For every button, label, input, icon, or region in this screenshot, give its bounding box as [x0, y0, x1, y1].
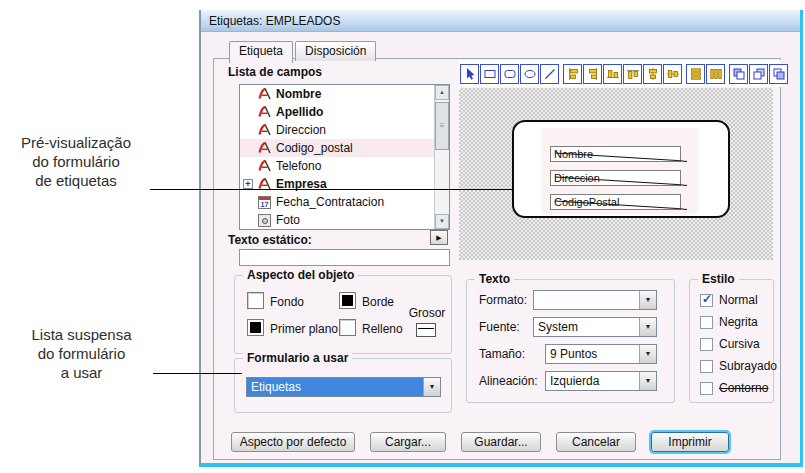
chevron-down-icon[interactable]: ▼: [639, 318, 656, 336]
primer-plano-swatch[interactable]: [247, 319, 264, 336]
checkbox-negrita[interactable]: Negrita: [700, 315, 758, 329]
chevron-down-icon[interactable]: ▼: [639, 372, 656, 390]
preview-field[interactable]: Nombre: [550, 146, 681, 162]
formato-dropdown[interactable]: ▼: [533, 290, 657, 310]
load-button[interactable]: Cargar...: [370, 432, 446, 452]
grosor-sample[interactable]: [416, 323, 436, 337]
group-title: Formulario a usar: [243, 351, 352, 365]
list-item[interactable]: Telefono: [240, 157, 449, 175]
alineacion-dropdown[interactable]: Izquierda ▼: [545, 371, 657, 391]
group-title: Estilo: [698, 272, 739, 286]
fondo-label: Fondo: [270, 295, 304, 309]
dialog-titlebar[interactable]: Etiquetas: EMPLEADOS: [201, 10, 800, 32]
borde-swatch[interactable]: [339, 292, 356, 309]
layout-dropdown-value: Etiquetas: [247, 378, 423, 396]
checkbox-cursiva[interactable]: Cursiva: [700, 337, 760, 351]
alineacion-label: Alineación:: [479, 374, 538, 388]
merge-line: [551, 147, 691, 165]
list-item[interactable]: + Empresa: [240, 175, 449, 193]
static-text-input[interactable]: [239, 249, 450, 266]
fuente-value: System: [534, 318, 639, 336]
annotation-line: do formulário: [10, 344, 153, 363]
static-text-arrow-button[interactable]: ▶: [430, 230, 448, 245]
toolbar-button-select-arrow[interactable]: [460, 64, 479, 84]
checkbox-normal[interactable]: ✓ Normal: [700, 293, 758, 307]
toolbar-button-group-objects[interactable]: [729, 64, 748, 84]
center-vertical-icon: [666, 67, 680, 81]
rectangle-icon: [483, 67, 497, 81]
toolbar-button-align-top[interactable]: [623, 64, 642, 84]
toolbar-button-rounded-rectangle-tool[interactable]: [500, 64, 519, 84]
tab-etiqueta[interactable]: Etiqueta: [229, 41, 293, 63]
scrollbar[interactable]: ▲ ≡ ▼: [434, 85, 449, 229]
toolbar-button-distribute-horizontal[interactable]: [706, 64, 725, 84]
text-group: Texto Formato: ▼ Fuente: System ▼ Tamaño…: [466, 279, 675, 403]
list-item[interactable]: Codigo_postal: [240, 139, 449, 157]
scroll-down-icon[interactable]: ▼: [435, 214, 449, 229]
toolbar-button-send-to-back[interactable]: [769, 64, 788, 84]
toolbar-button-align-right[interactable]: [583, 64, 602, 84]
preview-field[interactable]: Direccion: [550, 170, 681, 186]
button-label: Guardar...: [474, 435, 527, 449]
list-item[interactable]: Direccion: [240, 121, 449, 139]
bring-to-front-icon: [752, 67, 766, 81]
layout-dropdown[interactable]: Etiquetas ▼: [246, 377, 441, 397]
checkbox-contorno[interactable]: Contorno: [700, 381, 768, 395]
checkbox-checked-icon[interactable]: ✓: [700, 294, 713, 307]
grosor-label: Grosor: [403, 306, 451, 320]
relleno-swatch[interactable]: [339, 319, 356, 336]
list-item[interactable]: Nombre: [240, 85, 449, 103]
align-right-icon: [586, 67, 600, 81]
annotation-line: Pré-visualização: [2, 133, 150, 152]
chevron-down-icon[interactable]: ▼: [639, 291, 656, 309]
right-arrow-icon: ▶: [436, 234, 441, 241]
toolbar-button-center-vertical[interactable]: [663, 64, 682, 84]
list-item[interactable]: 17 Fecha_Contratacion: [240, 193, 449, 211]
preview-field[interactable]: CodigoPostal: [550, 194, 681, 210]
align-left-icon: [566, 67, 580, 81]
save-button[interactable]: Guardar...: [461, 432, 541, 452]
list-item[interactable]: Apellido: [240, 103, 449, 121]
field-list[interactable]: Nombre Apellido Direccion Codigo_postal …: [239, 84, 450, 230]
checkbox-icon[interactable]: [700, 316, 713, 329]
fuente-dropdown[interactable]: System ▼: [533, 317, 657, 337]
image-icon: [258, 214, 271, 227]
toolbar-button-bring-to-front[interactable]: [749, 64, 768, 84]
expand-plus-icon[interactable]: +: [243, 179, 253, 189]
checkbox-icon[interactable]: [700, 382, 713, 395]
toolbar-button-rectangle-tool[interactable]: [480, 64, 499, 84]
scroll-up-icon[interactable]: ▲: [435, 85, 449, 100]
tamano-dropdown[interactable]: 9 Puntos ▼: [545, 344, 657, 364]
toolbar-button-align-left[interactable]: [563, 64, 582, 84]
static-text-label: Texto estático:: [228, 233, 312, 247]
toolbar-button-center-horizontal[interactable]: [643, 64, 662, 84]
toolbar-button-distribute-vertical[interactable]: [686, 64, 705, 84]
fondo-swatch[interactable]: [247, 292, 264, 309]
checkbox-icon[interactable]: [700, 360, 713, 373]
toolbar-button-ellipse-tool[interactable]: [520, 64, 539, 84]
print-button[interactable]: Imprimir: [651, 432, 729, 452]
list-item[interactable]: Foto: [240, 211, 449, 229]
cancel-button[interactable]: Cancelar: [556, 432, 636, 452]
distribute-vertical-icon: [689, 67, 703, 81]
scroll-thumb[interactable]: ≡: [435, 102, 449, 150]
checkbox-icon[interactable]: [700, 338, 713, 351]
annotation-line: do formulário: [2, 152, 150, 171]
toolbar-button-align-bottom[interactable]: [603, 64, 622, 84]
tamano-value: 9 Puntos: [546, 345, 639, 363]
chevron-down-icon[interactable]: ▼: [423, 378, 440, 396]
button-label: Imprimir: [668, 435, 711, 449]
tab-disposicion[interactable]: Disposición: [295, 41, 376, 61]
line-icon: [543, 67, 557, 81]
chevron-down-icon[interactable]: ▼: [639, 345, 656, 363]
primer-plano-label: Primer plano: [270, 322, 338, 336]
center-horizontal-icon: [646, 67, 660, 81]
toolbar-button-line-tool[interactable]: [540, 64, 559, 84]
tamano-label: Tamaño:: [479, 347, 525, 361]
label-preview-card: Nombre Direccion CodigoPostal: [512, 120, 730, 218]
default-appearance-button[interactable]: Aspecto por defecto: [231, 432, 355, 452]
field-icon: [258, 87, 272, 101]
list-item-label: Codigo_postal: [276, 141, 353, 155]
checkbox-subrayado[interactable]: Subrayado: [700, 359, 777, 373]
preview-callout-line: [150, 189, 512, 190]
